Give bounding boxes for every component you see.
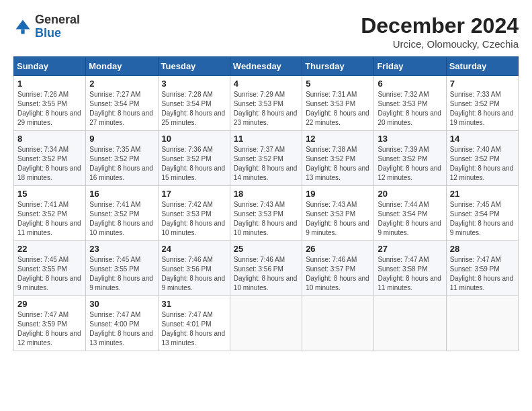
day-info: Sunrise: 7:47 AMSunset: 3:58 PMDaylight:… (378, 256, 441, 291)
calendar-cell: 19 Sunrise: 7:43 AMSunset: 3:53 PMDaylig… (302, 186, 374, 241)
day-info: Sunrise: 7:42 AMSunset: 3:53 PMDaylight:… (162, 201, 226, 236)
svg-marker-0 (16, 19, 30, 29)
day-number: 25 (234, 244, 298, 254)
logo-text: General Blue (35, 13, 80, 40)
logo: General Blue (13, 13, 80, 40)
day-info: Sunrise: 7:41 AMSunset: 3:52 PMDaylight:… (89, 201, 153, 236)
day-info: Sunrise: 7:32 AMSunset: 3:53 PMDaylight:… (378, 91, 441, 126)
day-info: Sunrise: 7:39 AMSunset: 3:52 PMDaylight:… (378, 146, 441, 181)
day-info: Sunrise: 7:44 AMSunset: 3:54 PMDaylight:… (378, 201, 441, 236)
calendar-cell: 5 Sunrise: 7:31 AMSunset: 3:53 PMDayligh… (302, 76, 374, 131)
calendar-cell: 28 Sunrise: 7:47 AMSunset: 3:59 PMDaylig… (446, 241, 518, 296)
day-info: Sunrise: 7:35 AMSunset: 3:52 PMDaylight:… (89, 146, 153, 181)
day-info: Sunrise: 7:34 AMSunset: 3:52 PMDaylight:… (17, 146, 81, 181)
day-info: Sunrise: 7:45 AMSunset: 3:55 PMDaylight:… (17, 256, 81, 291)
title-block: December 2024 Urcice, Olomoucky, Czechia (361, 13, 519, 50)
day-info: Sunrise: 7:46 AMSunset: 3:57 PMDaylight:… (306, 256, 369, 291)
day-number: 5 (306, 79, 370, 89)
logo-general: General (35, 13, 80, 26)
day-number: 28 (450, 244, 515, 254)
day-info: Sunrise: 7:41 AMSunset: 3:52 PMDaylight:… (17, 201, 81, 236)
day-info: Sunrise: 7:27 AMSunset: 3:54 PMDaylight:… (89, 91, 153, 126)
day-info: Sunrise: 7:40 AMSunset: 3:52 PMDaylight:… (450, 146, 514, 181)
day-info: Sunrise: 7:47 AMSunset: 3:59 PMDaylight:… (17, 311, 81, 347)
day-number: 20 (378, 189, 442, 199)
day-number: 8 (17, 134, 82, 144)
header-friday: Friday (374, 57, 446, 76)
day-number: 1 (17, 79, 82, 89)
day-info: Sunrise: 7:45 AMSunset: 3:54 PMDaylight:… (450, 201, 514, 236)
calendar-week-1: 1 Sunrise: 7:26 AMSunset: 3:55 PMDayligh… (14, 76, 519, 131)
day-number: 23 (89, 244, 154, 254)
calendar-cell: 1 Sunrise: 7:26 AMSunset: 3:55 PMDayligh… (14, 76, 86, 131)
day-info: Sunrise: 7:36 AMSunset: 3:52 PMDaylight:… (162, 146, 226, 181)
calendar-cell: 17 Sunrise: 7:42 AMSunset: 3:53 PMDaylig… (158, 186, 230, 241)
day-number: 16 (89, 189, 154, 199)
day-number: 14 (450, 134, 515, 144)
day-info: Sunrise: 7:47 AMSunset: 4:01 PMDaylight:… (162, 311, 226, 347)
calendar-week-2: 8 Sunrise: 7:34 AMSunset: 3:52 PMDayligh… (14, 131, 519, 186)
calendar-cell: 11 Sunrise: 7:37 AMSunset: 3:52 PMDaylig… (230, 131, 302, 186)
day-number: 19 (306, 189, 370, 199)
day-number: 17 (162, 189, 226, 199)
calendar-cell: 7 Sunrise: 7:33 AMSunset: 3:52 PMDayligh… (446, 76, 518, 131)
calendar-cell (230, 296, 302, 351)
day-info: Sunrise: 7:37 AMSunset: 3:52 PMDaylight:… (234, 146, 298, 181)
logo-blue: Blue (35, 26, 61, 40)
header-thursday: Thursday (302, 57, 374, 76)
header-saturday: Saturday (446, 57, 518, 76)
day-info: Sunrise: 7:26 AMSunset: 3:55 PMDaylight:… (17, 91, 81, 126)
header-wednesday: Wednesday (230, 57, 302, 76)
day-number: 29 (17, 299, 82, 309)
day-number: 30 (89, 299, 154, 309)
day-info: Sunrise: 7:29 AMSunset: 3:53 PMDaylight:… (234, 91, 298, 126)
calendar-cell: 12 Sunrise: 7:38 AMSunset: 3:52 PMDaylig… (302, 131, 374, 186)
calendar-cell: 2 Sunrise: 7:27 AMSunset: 3:54 PMDayligh… (86, 76, 158, 131)
calendar-cell (302, 296, 374, 351)
header-monday: Monday (86, 57, 158, 76)
calendar-cell: 24 Sunrise: 7:46 AMSunset: 3:56 PMDaylig… (158, 241, 230, 296)
day-number: 10 (162, 134, 226, 144)
calendar-cell: 20 Sunrise: 7:44 AMSunset: 3:54 PMDaylig… (374, 186, 446, 241)
calendar-header-row: SundayMondayTuesdayWednesdayThursdayFrid… (14, 57, 519, 76)
day-number: 18 (234, 189, 298, 199)
calendar-cell: 14 Sunrise: 7:40 AMSunset: 3:52 PMDaylig… (446, 131, 518, 186)
day-number: 15 (17, 189, 82, 199)
calendar-cell: 13 Sunrise: 7:39 AMSunset: 3:52 PMDaylig… (374, 131, 446, 186)
day-number: 3 (162, 79, 226, 89)
location: Urcice, Olomoucky, Czechia (361, 38, 519, 50)
calendar-cell: 8 Sunrise: 7:34 AMSunset: 3:52 PMDayligh… (14, 131, 86, 186)
calendar-cell: 22 Sunrise: 7:45 AMSunset: 3:55 PMDaylig… (14, 241, 86, 296)
day-number: 24 (162, 244, 226, 254)
calendar-cell: 25 Sunrise: 7:46 AMSunset: 3:56 PMDaylig… (230, 241, 302, 296)
day-number: 27 (378, 244, 442, 254)
day-number: 22 (17, 244, 82, 254)
day-info: Sunrise: 7:43 AMSunset: 3:53 PMDaylight:… (234, 201, 298, 236)
day-number: 13 (378, 134, 442, 144)
calendar-cell: 6 Sunrise: 7:32 AMSunset: 3:53 PMDayligh… (374, 76, 446, 131)
calendar-cell: 4 Sunrise: 7:29 AMSunset: 3:53 PMDayligh… (230, 76, 302, 131)
day-info: Sunrise: 7:47 AMSunset: 3:59 PMDaylight:… (450, 256, 514, 291)
day-number: 6 (378, 79, 442, 89)
calendar-cell: 31 Sunrise: 7:47 AMSunset: 4:01 PMDaylig… (158, 296, 230, 351)
day-info: Sunrise: 7:46 AMSunset: 3:56 PMDaylight:… (162, 256, 226, 291)
calendar-cell: 3 Sunrise: 7:28 AMSunset: 3:54 PMDayligh… (158, 76, 230, 131)
calendar-cell: 10 Sunrise: 7:36 AMSunset: 3:52 PMDaylig… (158, 131, 230, 186)
day-number: 11 (234, 134, 298, 144)
day-number: 12 (306, 134, 370, 144)
calendar-week-4: 22 Sunrise: 7:45 AMSunset: 3:55 PMDaylig… (14, 241, 519, 296)
calendar-cell: 26 Sunrise: 7:46 AMSunset: 3:57 PMDaylig… (302, 241, 374, 296)
calendar-cell: 18 Sunrise: 7:43 AMSunset: 3:53 PMDaylig… (230, 186, 302, 241)
month-title: December 2024 (361, 13, 519, 38)
calendar-table: SundayMondayTuesdayWednesdayThursdayFrid… (13, 56, 519, 351)
calendar-cell (374, 296, 446, 351)
calendar-week-5: 29 Sunrise: 7:47 AMSunset: 3:59 PMDaylig… (14, 296, 519, 351)
logo-icon (13, 17, 32, 36)
day-info: Sunrise: 7:45 AMSunset: 3:55 PMDaylight:… (89, 256, 153, 291)
calendar-cell: 15 Sunrise: 7:41 AMSunset: 3:52 PMDaylig… (14, 186, 86, 241)
calendar-cell (446, 296, 518, 351)
calendar-cell: 30 Sunrise: 7:47 AMSunset: 4:00 PMDaylig… (86, 296, 158, 351)
header-sunday: Sunday (14, 57, 86, 76)
day-info: Sunrise: 7:38 AMSunset: 3:52 PMDaylight:… (306, 146, 369, 181)
day-info: Sunrise: 7:31 AMSunset: 3:53 PMDaylight:… (306, 91, 369, 126)
